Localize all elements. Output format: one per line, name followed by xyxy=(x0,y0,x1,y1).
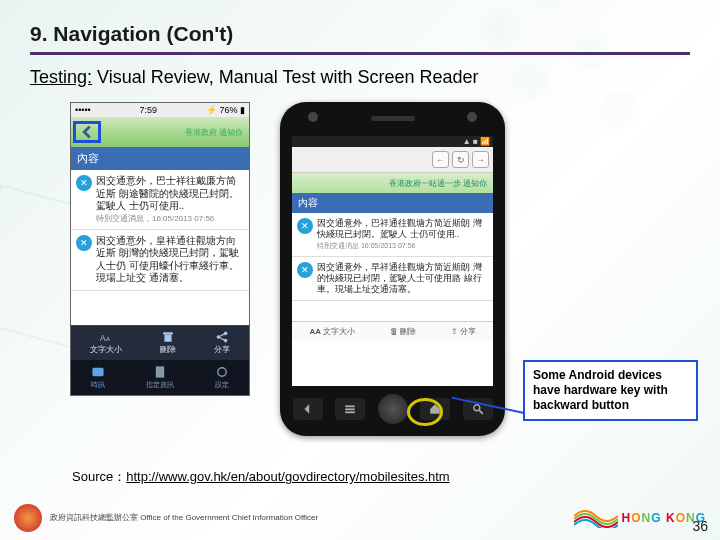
android-device-frame: ▲ ■ 📶 ← ↻ → 香港政府一站通一步 通知你 內容 ✕ 因交通意外，巴祥通… xyxy=(280,102,505,436)
status-battery: ⚡ 76% ▮ xyxy=(206,105,245,115)
android-status-bar: ▲ ■ 📶 xyxy=(292,136,493,147)
svg-line-14 xyxy=(479,410,483,414)
svg-point-13 xyxy=(473,405,479,411)
share-button[interactable]: 分享 xyxy=(214,331,230,355)
traffic-icon: ✕ xyxy=(76,235,92,251)
subtitle-rest: Visual Review, Manual Test with Screen R… xyxy=(92,67,479,87)
svg-rect-12 xyxy=(345,411,355,413)
callout-box: Some Android devices have hardware key w… xyxy=(523,360,698,421)
app-brand: 香港政府 通知你 xyxy=(185,127,243,138)
reload-icon[interactable]: ↻ xyxy=(452,151,469,168)
status-time: 7:59 xyxy=(140,105,158,115)
subtitle-lead: Testing: xyxy=(30,67,92,87)
svg-rect-8 xyxy=(156,366,164,377)
svg-rect-2 xyxy=(164,334,171,341)
tab-settings[interactable]: 設定 xyxy=(215,365,229,390)
trackball[interactable] xyxy=(378,394,408,424)
slide-title: 9. Navigation (Con't) xyxy=(30,22,690,46)
footer-org: 政府資訊科技總監辦公室 Office of the Government Chi… xyxy=(50,514,318,523)
slide-subtitle: Testing: Visual Review, Manual Test with… xyxy=(30,67,690,88)
camera-icon xyxy=(467,112,477,122)
item-text: 因交通意外，巴士祥往戴廉方简近斯 朗途醫院的快綫現已封閉。駕駛人 士仍可使用.. xyxy=(96,175,244,213)
source-link[interactable]: http://www.gov.hk/en/about/govdirectory/… xyxy=(126,469,449,484)
tab-news[interactable]: 時訊 xyxy=(91,365,105,390)
android-screenshot: ▲ ■ 📶 ← ↻ → 香港政府一站通一步 通知你 內容 ✕ 因交通意外，巴祥通… xyxy=(292,136,493,386)
back-button-highlight xyxy=(73,121,101,143)
hardware-keys xyxy=(280,394,505,424)
section-header: 內容 xyxy=(71,147,249,170)
source-prefix: Source： xyxy=(72,469,126,484)
svg-rect-11 xyxy=(345,408,355,410)
earpiece xyxy=(371,116,415,121)
delete-button[interactable]: 🗑刪除 xyxy=(390,326,416,337)
list-item[interactable]: ✕ 因交通意外，巴士祥往戴廉方简近斯 朗途醫院的快綫現已封閉。駕駛人 士仍可使用… xyxy=(71,170,249,230)
delete-button[interactable]: 刪除 xyxy=(160,331,176,355)
tab-info[interactable]: 指定資訊 xyxy=(146,365,174,390)
ios-nav-bar: 香港政府 通知你 xyxy=(71,117,249,147)
svg-point-9 xyxy=(217,367,225,375)
svg-rect-10 xyxy=(345,405,355,407)
back-hw-key[interactable] xyxy=(293,398,323,420)
back-arrow-icon[interactable] xyxy=(80,125,94,139)
title-rule xyxy=(30,52,690,55)
item-text: 因交通意外，早祥通往觀塘方简近斯朗 灣的快綫現已封閉，駕駛人士可使用路 線行車。… xyxy=(317,262,488,296)
android-titlebar: ← ↻ → xyxy=(292,147,493,173)
svg-rect-3 xyxy=(163,332,173,334)
item-text: 因交通意外，巴祥通往觀塘方简近斯朗 灣快綫現已封閉。駕駛人 士仍可使用.. xyxy=(317,218,488,241)
svg-text:A: A xyxy=(106,335,110,341)
traffic-icon: ✕ xyxy=(76,175,92,191)
app-banner: 香港政府一站通一步 通知你 xyxy=(292,173,493,193)
back-icon[interactable]: ← xyxy=(432,151,449,168)
section-header: 內容 xyxy=(292,193,493,213)
wave-icon xyxy=(574,508,618,528)
list-item[interactable]: ✕ 因交通意外，早祥通往觀塘方简近斯朗 灣的快綫現已封閉，駕駛人士可使用路 線行… xyxy=(292,257,493,302)
ios-status-bar: ••••• 7:59 ⚡ 76% ▮ xyxy=(71,103,249,117)
item-text: 因交通意外，皇祥通往觀塘方向近斯 朗灣的快綫現已封閉，駕駛人士仍 可使用蠔仆行車… xyxy=(96,235,244,285)
forward-icon[interactable]: → xyxy=(472,151,489,168)
share-button[interactable]: ⇪分享 xyxy=(451,326,476,337)
home-hw-key[interactable] xyxy=(420,398,450,420)
page-number: 36 xyxy=(692,518,708,534)
android-toolbar: AA文字大小 🗑刪除 ⇪分享 xyxy=(292,321,493,341)
traffic-icon: ✕ xyxy=(297,262,313,278)
signal-icon: ••••• xyxy=(75,105,91,115)
hk-crest-icon xyxy=(14,504,42,532)
slide-footer: 政府資訊科技總監辦公室 Office of the Government Chi… xyxy=(0,496,720,540)
item-meta: 特別交通消息 16:05/2013 07:56 xyxy=(317,241,488,251)
menu-hw-key[interactable] xyxy=(335,398,365,420)
source-citation: Source：http://www.gov.hk/en/about/govdir… xyxy=(72,468,450,486)
iphone-screenshot: ••••• 7:59 ⚡ 76% ▮ 香港政府 通知你 內容 ✕ 因交通意外，巴… xyxy=(70,102,250,396)
font-size-button[interactable]: AA文字大小 xyxy=(309,326,355,337)
list-item[interactable]: ✕ 因交通意外，巴祥通往觀塘方简近斯朗 灣快綫現已封閉。駕駛人 士仍可使用.. … xyxy=(292,213,493,257)
ios-tab-bar: 時訊 指定資訊 設定 xyxy=(71,360,249,395)
hongkong-brand-logo: HONG KONG xyxy=(574,508,706,528)
list-item[interactable]: ✕ 因交通意外，皇祥通往觀塘方向近斯 朗灣的快綫現已封閉，駕駛人士仍 可使用蠔仆… xyxy=(71,230,249,291)
sensor-icon xyxy=(308,112,318,122)
svg-rect-7 xyxy=(93,367,104,375)
font-size-button[interactable]: AA文字大小 xyxy=(90,331,122,355)
traffic-icon: ✕ xyxy=(297,218,313,234)
ios-toolbar: AA文字大小 刪除 分享 xyxy=(71,325,249,360)
item-meta: 特別交通消息，16:05/2013 07:56 xyxy=(96,213,244,224)
